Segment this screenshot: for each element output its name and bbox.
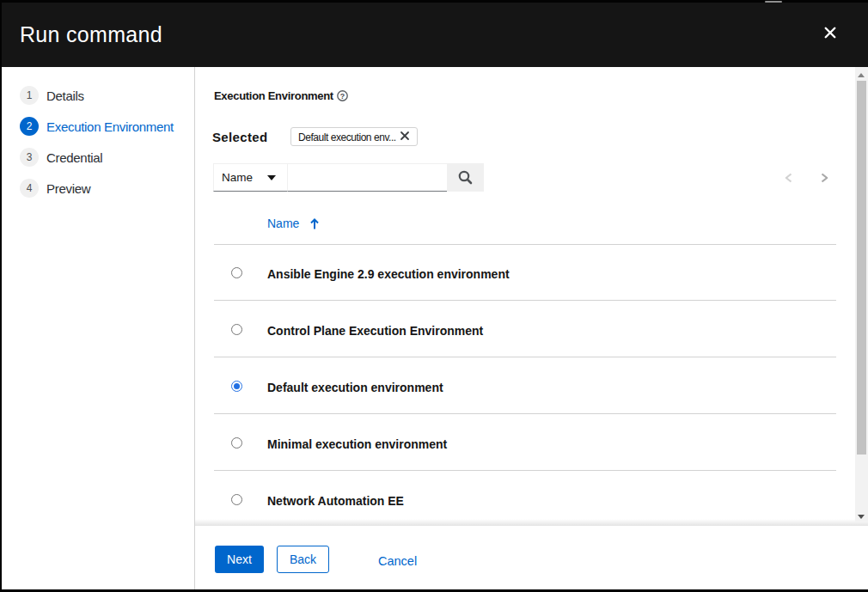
svg-text:?: ? [340, 92, 345, 101]
